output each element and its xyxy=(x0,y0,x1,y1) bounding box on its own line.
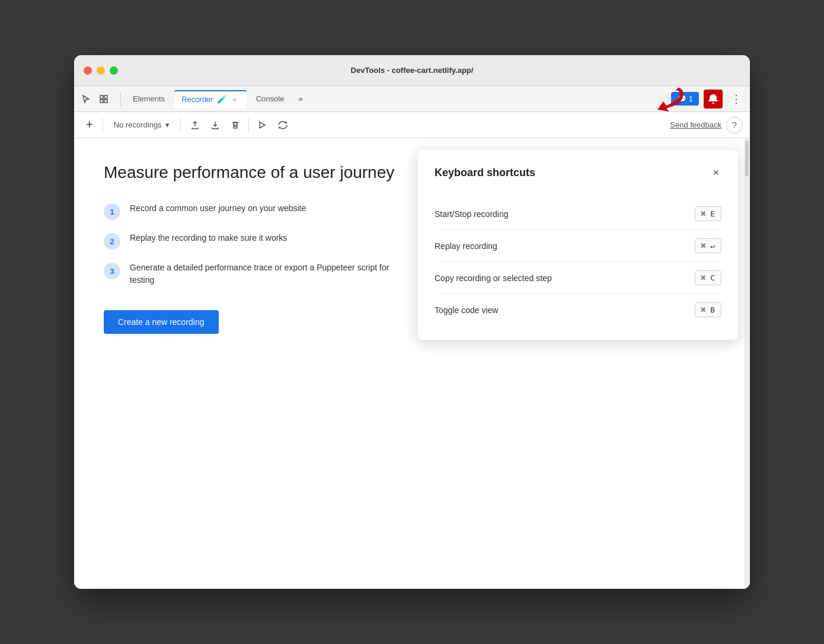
tab-close-icon[interactable]: × xyxy=(230,95,239,104)
shortcuts-popup: Keyboard shortcuts × Start/Stop recordin… xyxy=(418,150,738,340)
trash-icon xyxy=(231,120,240,130)
arrow-icon xyxy=(654,85,687,114)
toolbar-divider-1 xyxy=(103,118,103,132)
notification-icon[interactable] xyxy=(704,90,723,109)
devtools-window: DevTools - coffee-cart.netlify.app/ Elem… xyxy=(74,55,750,589)
svg-rect-1 xyxy=(104,95,107,98)
create-recording-button[interactable]: Create a new recording xyxy=(104,310,219,334)
step-text-3: Generate a detailed performance trace or… xyxy=(130,262,397,286)
step-text-1: Record a common user journey on your web… xyxy=(130,202,306,215)
send-feedback-button[interactable]: Send feedback xyxy=(670,120,721,129)
tab-elements[interactable]: Elements xyxy=(126,91,172,107)
shortcut-row-4: Toggle code view ⌘ B xyxy=(435,294,721,326)
red-arrow-annotation xyxy=(654,85,687,117)
import-button[interactable] xyxy=(206,117,225,133)
shortcut-label-3: Copy recording or selected step xyxy=(435,273,552,283)
shortcut-label-1: Start/Stop recording xyxy=(435,209,509,219)
tab-divider xyxy=(120,92,121,106)
toolbar-action-icons xyxy=(186,117,293,133)
step-text-2: Replay the recording to make sure it wor… xyxy=(130,232,287,244)
scrollbar-thumb xyxy=(745,141,749,176)
shortcut-key-3: ⌘ C xyxy=(695,270,721,285)
tab-bar-right: 💬 1 ⋮ xyxy=(671,90,745,109)
shortcut-row-2: Replay recording ⌘ ↵ xyxy=(435,230,721,262)
tab-tools xyxy=(79,92,111,106)
traffic-lights xyxy=(84,66,118,75)
shortcuts-title: Keyboard shortcuts xyxy=(435,167,535,179)
download-icon xyxy=(210,120,220,130)
recorder-icon: 🧪 xyxy=(217,95,226,104)
toolbar-divider-2 xyxy=(180,118,181,132)
delete-button[interactable] xyxy=(226,117,245,133)
step-number-3: 3 xyxy=(104,263,120,279)
toolbar: + No recordings ▾ xyxy=(74,112,750,138)
tab-console[interactable]: Console xyxy=(249,91,292,107)
shortcut-key-1: ⌘ E xyxy=(695,206,721,221)
main-content: Measure performance of a user journey 1 … xyxy=(74,138,750,589)
scrollbar[interactable] xyxy=(744,138,750,589)
page-heading: Measure performance of a user journey xyxy=(104,162,400,183)
svg-rect-0 xyxy=(100,95,103,98)
tab-bar: Elements Recorder 🧪 × Console » 💬 1 xyxy=(74,86,750,112)
replay-settings-icon xyxy=(277,120,288,130)
replay-settings-button[interactable] xyxy=(273,117,293,133)
shortcut-label-2: Replay recording xyxy=(435,241,497,251)
title-bar: DevTools - coffee-cart.netlify.app/ xyxy=(74,55,750,86)
upload-icon xyxy=(190,120,200,130)
toolbar-right: Send feedback ? xyxy=(670,117,743,133)
close-button[interactable] xyxy=(84,66,92,75)
more-options-button[interactable]: ⋮ xyxy=(727,91,745,107)
help-button[interactable]: ? xyxy=(726,117,743,133)
shortcut-row-1: Start/Stop recording ⌘ E xyxy=(435,198,721,230)
shortcut-key-2: ⌘ ↵ xyxy=(695,238,721,253)
play-icon xyxy=(257,120,267,130)
add-recording-button[interactable]: + xyxy=(81,116,98,134)
cursor-icon[interactable] xyxy=(79,92,93,106)
shortcuts-close-button[interactable]: × xyxy=(710,164,721,181)
chat-count: 1 xyxy=(689,94,693,103)
step-number-2: 2 xyxy=(104,233,120,250)
export-button[interactable] xyxy=(186,117,205,133)
svg-rect-3 xyxy=(104,100,107,103)
bell-icon xyxy=(707,93,719,105)
chevron-down-icon: ▾ xyxy=(165,120,170,129)
no-recordings-label: No recordings xyxy=(114,120,162,129)
step-number-1: 1 xyxy=(104,203,120,220)
tab-recorder[interactable]: Recorder 🧪 × xyxy=(174,90,246,108)
shortcuts-header: Keyboard shortcuts × xyxy=(435,164,721,181)
svg-rect-2 xyxy=(100,100,103,103)
recorder-label: Recorder xyxy=(181,95,213,104)
inspect-icon[interactable] xyxy=(97,92,111,106)
notification-area xyxy=(704,90,723,109)
toolbar-divider-3 xyxy=(248,118,249,132)
fullscreen-button[interactable] xyxy=(110,66,118,75)
shortcut-label-4: Toggle code view xyxy=(435,305,498,315)
replay-button[interactable] xyxy=(253,117,272,133)
shortcut-row-3: Copy recording or selected step ⌘ C xyxy=(435,262,721,294)
shortcut-key-4: ⌘ B xyxy=(695,302,721,317)
more-tabs-button[interactable]: » xyxy=(293,92,307,106)
recording-dropdown[interactable]: No recordings ▾ xyxy=(108,118,175,132)
minimize-button[interactable] xyxy=(97,66,105,75)
window-title: DevTools - coffee-cart.netlify.app/ xyxy=(351,66,474,75)
